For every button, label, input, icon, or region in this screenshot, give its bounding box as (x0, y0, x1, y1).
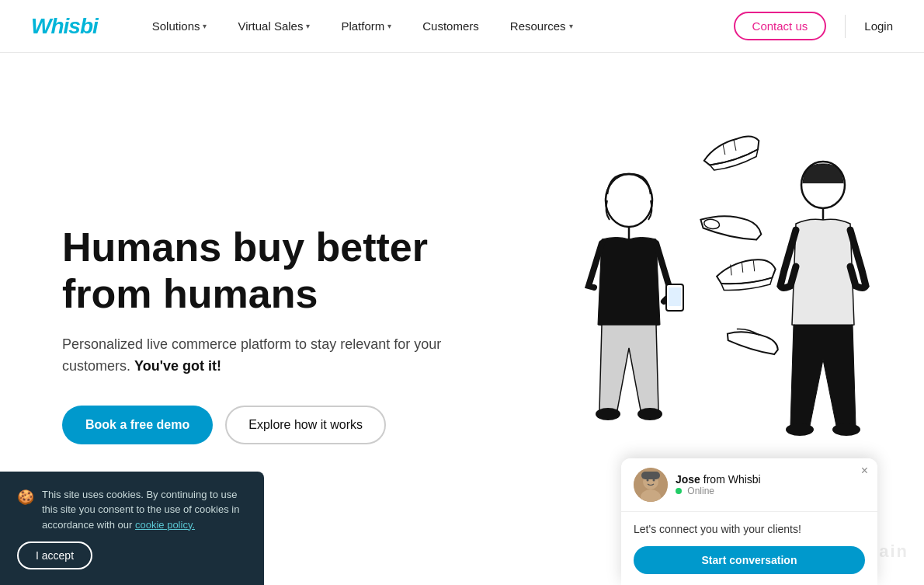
nav-item-resources[interactable]: Resources ▾ (495, 0, 589, 53)
svg-rect-16 (641, 472, 660, 479)
svg-point-8 (786, 423, 814, 436)
start-conversation-button[interactable]: Start conversation (634, 546, 865, 574)
hero-buttons: Book a free demo Explore how it works (62, 406, 466, 444)
hero-content: Humans buy better from humans Personaliz… (62, 225, 466, 444)
hero-title: Humans buy better from humans (62, 225, 466, 318)
chat-header: Jose from Whisbi Online × (621, 458, 877, 512)
chevron-down-icon: ▾ (569, 22, 573, 30)
nav-item-solutions[interactable]: Solutions ▾ (137, 0, 223, 53)
svg-rect-3 (669, 287, 681, 306)
online-status: Online (676, 486, 865, 496)
accept-cookies-button[interactable]: I accept (17, 541, 92, 569)
cookie-icon: 🍪 (17, 489, 34, 506)
chevron-down-icon: ▾ (203, 22, 207, 30)
chat-agent-name: Jose from Whisbi (676, 473, 865, 486)
svg-point-5 (637, 408, 662, 420)
navbar: Whisbi Solutions ▾ Virtual Sales ▾ Platf… (0, 0, 924, 53)
chat-message: Let's connect you with your clients! (634, 523, 865, 535)
chevron-down-icon: ▾ (387, 22, 391, 30)
chat-body: Let's connect you with your clients! Sta… (621, 512, 877, 585)
chevron-down-icon: ▾ (306, 22, 310, 30)
hero-subtitle: Personalized live commerce platform to s… (62, 333, 466, 378)
svg-point-4 (596, 408, 620, 420)
close-chat-button[interactable]: × (861, 465, 868, 477)
cookie-banner: 🍪 This site uses cookies. By continuing … (0, 472, 264, 586)
logo[interactable]: Whisbi (31, 14, 98, 39)
divider (845, 15, 846, 38)
nav-item-customers[interactable]: Customers (407, 0, 495, 53)
online-dot (676, 488, 682, 494)
svg-point-9 (832, 423, 860, 436)
chat-info: Jose from Whisbi Online (676, 473, 865, 496)
nav-right: Contact us Login (734, 12, 893, 40)
book-demo-button[interactable]: Book a free demo (62, 406, 213, 444)
svg-point-10 (703, 218, 721, 230)
svg-point-0 (606, 174, 652, 227)
cookie-text: This site uses cookies. By continuing to… (42, 487, 247, 533)
nav-item-platform[interactable]: Platform ▾ (325, 0, 407, 53)
nav-links: Solutions ▾ Virtual Sales ▾ Platform ▾ C… (137, 0, 734, 53)
avatar (634, 468, 668, 502)
chat-widget: Jose from Whisbi Online × Let's connect … (621, 458, 877, 585)
cookie-policy-link[interactable]: cookie policy. (135, 519, 195, 531)
contact-button[interactable]: Contact us (734, 12, 827, 40)
avatar-svg (634, 468, 668, 502)
explore-button[interactable]: Explore how it works (225, 406, 386, 444)
nav-item-virtual-sales[interactable]: Virtual Sales ▾ (222, 0, 325, 53)
cookie-banner-content: 🍪 This site uses cookies. By continuing … (17, 487, 247, 533)
login-link[interactable]: Login (864, 19, 893, 33)
